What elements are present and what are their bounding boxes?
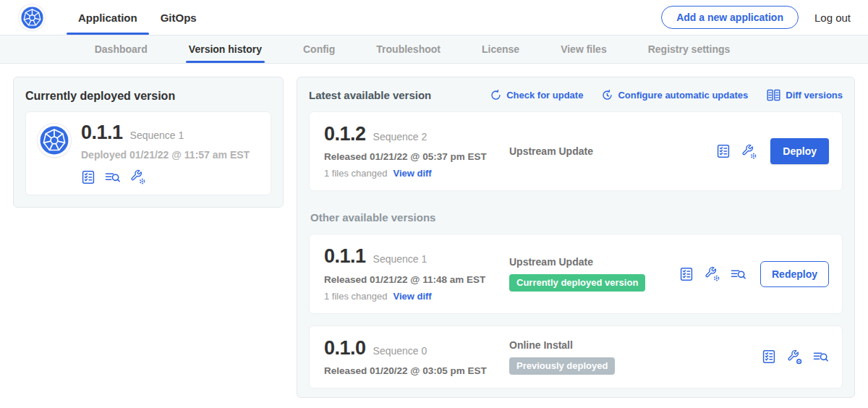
release-notes-icon[interactable] — [716, 144, 731, 158]
available-panel-header: Latest available version Check for updat… — [309, 89, 843, 101]
app-header: Application GitOps Add a new application… — [0, 0, 868, 35]
sequence-label: Sequence 0 — [373, 345, 427, 357]
files-changed-label: 1 files changed — [324, 291, 387, 302]
version-source-label: Online Install — [509, 339, 573, 351]
sequence-label: Sequence 2 — [373, 131, 427, 143]
tab-gitops-label: GitOps — [161, 12, 197, 24]
view-config-icon[interactable] — [787, 349, 802, 365]
released-timestamp: Released 01/21/22 @ 05:37 pm EST — [324, 151, 509, 162]
kubernetes-logo-icon — [19, 4, 45, 30]
logout-button[interactable]: Log out — [814, 12, 851, 24]
subnav-item-config[interactable]: Config — [303, 35, 335, 63]
edit-config-icon[interactable] — [705, 266, 720, 281]
sequence-label: Sequence 1 — [373, 253, 427, 265]
edit-config-icon[interactable] — [130, 169, 145, 184]
version-card-0-1-2: 0.1.2 Sequence 2 Released 01/21/22 @ 05:… — [309, 111, 843, 191]
deployed-timestamp: Deployed 01/21/22 @ 11:57 am EST — [81, 149, 250, 161]
configure-automatic-updates-link[interactable]: Configure automatic updates — [602, 90, 748, 101]
panel-actions: Check for update Configure automatic upd… — [490, 89, 843, 101]
tab-application-label: Application — [78, 12, 137, 24]
currently-deployed-badge: Currently deployed version — [509, 274, 645, 292]
main-content: Currently deployed version 0.1.1 Sequenc… — [0, 64, 868, 408]
currently-deployed-panel: Currently deployed version 0.1.1 Sequenc… — [13, 77, 284, 208]
deployed-version-card: 0.1.1 Sequence 1 Deployed 01/21/22 @ 11:… — [25, 111, 271, 195]
subnav-item-dashboard[interactable]: Dashboard — [95, 35, 148, 63]
tab-application[interactable]: Application — [67, 0, 149, 35]
app-subnav: Dashboard Version history Config Trouble… — [0, 35, 868, 64]
deploy-logs-icon[interactable] — [105, 170, 121, 184]
subnav-item-troubleshoot[interactable]: Troubleshoot — [376, 35, 441, 63]
deployed-panel-title: Currently deployed version — [25, 90, 271, 103]
version-number: 0.1.2 — [324, 124, 366, 144]
deploy-logs-icon[interactable] — [731, 267, 746, 281]
subnav-item-version-history[interactable]: Version history — [189, 35, 262, 63]
refresh-icon — [490, 90, 501, 101]
redeploy-button[interactable]: Redeploy — [760, 261, 829, 287]
diff-icon — [767, 89, 780, 101]
deploy-logs-icon[interactable] — [813, 349, 829, 364]
deployed-version-number: 0.1.1 — [81, 122, 123, 143]
latest-available-title: Latest available version — [309, 89, 431, 101]
deployed-sequence-label: Sequence 1 — [130, 129, 184, 141]
release-notes-icon[interactable] — [762, 349, 776, 364]
version-source-label: Upstream Update — [509, 145, 593, 157]
deploy-button[interactable]: Deploy — [770, 138, 829, 164]
deployed-version-info: 0.1.1 Sequence 1 Deployed 01/21/22 @ 11:… — [81, 122, 250, 184]
released-timestamp: Released 01/21/22 @ 11:48 am EST — [324, 274, 509, 285]
subnav-item-view-files[interactable]: View files — [561, 35, 607, 63]
release-notes-icon[interactable] — [81, 170, 95, 184]
header-tabs: Application GitOps — [67, 0, 208, 35]
release-notes-icon[interactable] — [679, 267, 694, 281]
subnav-item-license[interactable]: License — [482, 35, 519, 63]
check-for-update-link[interactable]: Check for update — [490, 90, 583, 101]
version-source-label: Upstream Update — [509, 256, 593, 268]
app-icon — [38, 124, 71, 157]
auto-update-icon — [602, 90, 613, 101]
version-number: 0.1.0 — [324, 338, 366, 358]
diff-versions-link[interactable]: Diff versions — [767, 89, 843, 101]
version-card-0-1-0: 0.1.0 Sequence 0 Released 01/20/22 @ 03:… — [309, 326, 843, 388]
subnav-item-registry-settings[interactable]: Registry settings — [648, 35, 731, 63]
previously-deployed-badge: Previously deployed — [509, 357, 615, 375]
header-right: Add a new application Log out — [661, 0, 851, 35]
version-card-0-1-1: 0.1.1 Sequence 1 Released 01/21/22 @ 11:… — [309, 234, 843, 313]
available-versions-panel: Latest available version Check for updat… — [297, 77, 855, 398]
view-diff-link[interactable]: View diff — [393, 291, 431, 302]
tab-gitops[interactable]: GitOps — [149, 0, 208, 35]
version-number: 0.1.1 — [324, 246, 366, 266]
other-versions-title: Other available versions — [310, 211, 843, 224]
view-diff-link[interactable]: View diff — [393, 168, 431, 179]
edit-config-icon[interactable] — [741, 144, 757, 159]
released-timestamp: Released 01/20/22 @ 03:05 pm EST — [324, 365, 509, 376]
add-application-button[interactable]: Add a new application — [661, 6, 799, 29]
files-changed-label: 1 files changed — [324, 168, 387, 179]
